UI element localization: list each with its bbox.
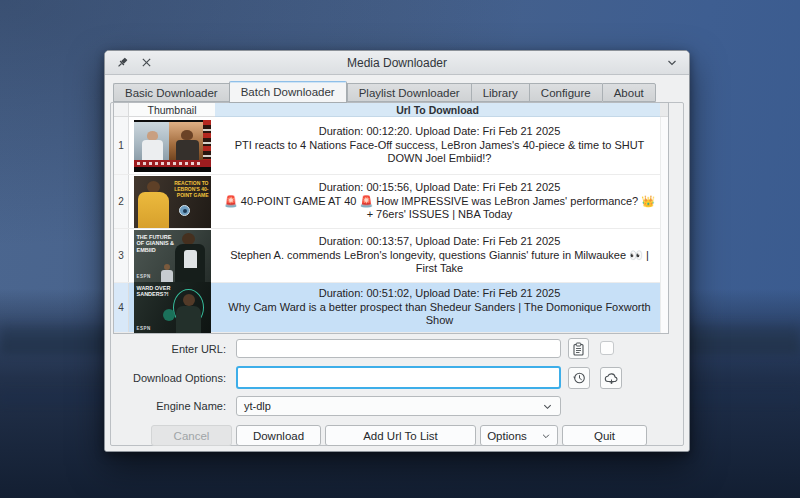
video-thumbnail-ward: WARD OVER SANDERS?! ESPN (134, 282, 211, 334)
monitor-clipboard-checkbox[interactable] (600, 341, 614, 355)
engine-select[interactable]: yt-dlp (236, 396, 561, 416)
table-row[interactable]: 3 THE FUTURE OF GIANNIS & EMBIID ESPN Du… (114, 229, 668, 283)
pin-icon[interactable] (114, 55, 130, 71)
table-row-selected[interactable]: 4 WARD OVER SANDERS?! ESPN Duration: 00:… (114, 283, 668, 333)
engine-name-label: Engine Name: (113, 400, 231, 412)
window-content: Basic Downloader Batch Downloader Playli… (105, 76, 689, 451)
titlebar: Media Downloader (105, 51, 689, 75)
tab-basic-downloader[interactable]: Basic Downloader (113, 83, 229, 102)
cancel-button[interactable]: Cancel (151, 425, 232, 446)
column-header-thumbnail[interactable]: Thumbnail (129, 103, 215, 117)
table-corner-cell (114, 103, 129, 117)
shade-chevron-icon[interactable] (664, 55, 680, 71)
download-options-input[interactable] (236, 366, 561, 389)
options-history-button[interactable] (568, 367, 590, 389)
row-number: 2 (114, 175, 129, 228)
tab-bar: Basic Downloader Batch Downloader Playli… (113, 81, 656, 102)
download-button[interactable]: Download (236, 425, 321, 446)
thumbnail-caption: WARD OVER SANDERS?! (137, 285, 183, 298)
tab-library[interactable]: Library (471, 83, 529, 102)
video-duration-line: Duration: 00:12:20. Upload Date: Fri Feb… (319, 125, 561, 139)
column-header-url[interactable]: Url To Download (215, 103, 660, 117)
button-row: Cancel Download Add Url To List Options … (105, 425, 690, 446)
video-title: Why Cam Ward is a better prospect than S… (221, 301, 658, 328)
app-window: Media Downloader Basic Downloader Batch … (104, 50, 690, 452)
tab-playlist-downloader[interactable]: Playlist Downloader (347, 83, 471, 102)
desktop-wallpaper: Media Downloader Basic Downloader Batch … (0, 0, 800, 498)
paste-clipboard-button[interactable] (568, 338, 589, 359)
tab-batch-downloader[interactable]: Batch Downloader (229, 81, 347, 103)
cloud-download-button[interactable] (600, 367, 622, 389)
thumbnail-caption: THE FUTURE OF GIANNIS & EMBIID (137, 234, 179, 254)
scrollbar-corner (660, 103, 668, 117)
tab-about[interactable]: About (602, 83, 656, 102)
chevron-down-icon (542, 401, 553, 412)
download-options-row: Download Options: (105, 366, 690, 390)
row-number: 4 (114, 283, 129, 332)
tab-configure[interactable]: Configure (529, 83, 602, 102)
video-thumbnail-lebron: REACTION TO LEBRON'S 40-POINT GAME (134, 176, 211, 228)
video-title: 🚨 40-POINT GAME AT 40 🚨 How IMPRESSIVE w… (221, 195, 658, 222)
video-thumbnail-giannis: THE FUTURE OF GIANNIS & EMBIID ESPN (134, 230, 211, 282)
table-header-row: Thumbnail Url To Download (114, 103, 668, 117)
table-row[interactable]: 2 REACTION TO LEBRON'S 40-POINT GAME Dur… (114, 175, 668, 229)
video-duration-line: Duration: 00:51:02, Upload Date: Fri Feb… (319, 287, 561, 301)
row-number: 3 (114, 229, 129, 282)
row-number: 1 (114, 117, 129, 174)
quit-button[interactable]: Quit (562, 425, 647, 446)
download-options-label: Download Options: (113, 372, 231, 384)
add-url-to-list-button[interactable]: Add Url To List (325, 425, 476, 446)
video-duration-line: Duration: 00:15:56, Upload Date: Fri Feb… (319, 181, 561, 195)
video-title: Stephen A. commends LeBron's longevity, … (221, 249, 658, 276)
video-title: PTI reacts to 4 Nations Face-Off success… (221, 139, 658, 166)
table-row[interactable]: 1 Duration: 00:12:20. Upload Date: Fri F… (114, 117, 668, 175)
chevron-down-icon (541, 431, 551, 441)
close-icon[interactable] (138, 55, 154, 71)
video-thumbnail-pti (134, 120, 211, 172)
window-title: Media Downloader (347, 56, 447, 70)
table-scrollbar[interactable] (660, 117, 668, 333)
espn-watermark: ESPN (137, 326, 151, 331)
options-button[interactable]: Options (480, 425, 558, 446)
engine-name-row: Engine Name: yt-dlp (105, 396, 690, 416)
video-duration-line: Duration: 00:13:57, Upload Date: Fri Feb… (319, 235, 561, 249)
download-list-table: Thumbnail Url To Download 1 (113, 102, 669, 334)
enter-url-label: Enter URL: (113, 343, 231, 355)
engine-selected-value: yt-dlp (244, 400, 271, 412)
url-input[interactable] (236, 339, 561, 358)
enter-url-row: Enter URL: (105, 339, 690, 358)
espn-watermark: ESPN (137, 274, 151, 279)
thumbnail-caption: REACTION TO LEBRON'S 40-POINT GAME (166, 180, 209, 198)
